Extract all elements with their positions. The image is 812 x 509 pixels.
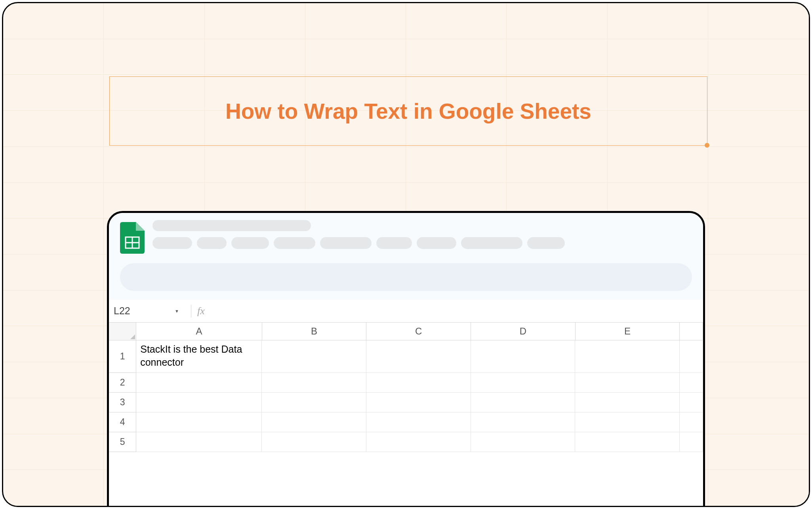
chevron-down-icon[interactable]: ▼: [175, 309, 179, 313]
cell-a3[interactable]: [136, 393, 262, 412]
cell-b3[interactable]: [262, 393, 366, 412]
divider: [191, 305, 191, 317]
sheets-window: L22 ▼ fx A B C D E 1 StackIt is the best…: [107, 211, 705, 507]
menu-item[interactable]: [417, 237, 456, 249]
cell-a2[interactable]: [136, 373, 262, 393]
table-row: 4: [109, 412, 703, 432]
name-box-row: L22 ▼ fx: [109, 300, 703, 323]
cell-b1[interactable]: [262, 340, 366, 373]
cell-b4[interactable]: [262, 412, 366, 432]
cell-d1[interactable]: [471, 340, 576, 373]
table-row: 3: [109, 393, 703, 412]
cell-e3[interactable]: [575, 393, 680, 412]
name-box[interactable]: L22 ▼: [114, 305, 185, 317]
menu-item[interactable]: [320, 237, 372, 249]
document-title-placeholder[interactable]: [152, 220, 311, 231]
cell-b2[interactable]: [262, 373, 366, 393]
cell-e2[interactable]: [575, 373, 680, 393]
row-header-4[interactable]: 4: [109, 412, 136, 432]
sheets-header: [109, 213, 703, 263]
table-row: 5: [109, 432, 703, 452]
cell-c5[interactable]: [366, 432, 471, 452]
cell-d2[interactable]: [471, 373, 576, 393]
column-header-a[interactable]: A: [136, 323, 262, 340]
toolbar-area: [109, 263, 703, 300]
cell-d4[interactable]: [471, 412, 576, 432]
menu-item[interactable]: [376, 237, 412, 249]
page-title: How to Wrap Text in Google Sheets: [225, 99, 591, 124]
name-box-value: L22: [114, 305, 130, 317]
table-row: 2: [109, 373, 703, 393]
cell-a4[interactable]: [136, 412, 262, 432]
selection-handle[interactable]: [705, 143, 709, 148]
cell-c1[interactable]: [366, 340, 471, 373]
menu-item[interactable]: [527, 237, 565, 249]
row-header-2[interactable]: 2: [109, 373, 136, 393]
column-header-c[interactable]: C: [366, 323, 471, 340]
select-all-corner[interactable]: [109, 323, 136, 340]
menu-item[interactable]: [461, 237, 522, 249]
cell-d5[interactable]: [471, 432, 576, 452]
column-header-d[interactable]: D: [471, 323, 576, 340]
outer-frame: How to Wrap Text in Google Sheets: [2, 2, 810, 507]
fx-label: fx: [197, 305, 205, 317]
table-row: 1 StackIt is the best Data connector: [109, 340, 703, 373]
row-header-3[interactable]: 3: [109, 393, 136, 412]
cell-f3[interactable]: [680, 393, 703, 412]
spreadsheet-grid: A B C D E 1 StackIt is the best Data con…: [109, 323, 703, 452]
column-header-e[interactable]: E: [576, 323, 680, 340]
column-header-f[interactable]: [680, 323, 703, 340]
column-headers: A B C D E: [109, 323, 703, 340]
cell-f1[interactable]: [680, 340, 703, 373]
cell-f2[interactable]: [680, 373, 703, 393]
cell-e5[interactable]: [575, 432, 680, 452]
cell-c3[interactable]: [366, 393, 471, 412]
cell-e4[interactable]: [575, 412, 680, 432]
sheets-logo-icon: [120, 222, 145, 255]
cell-e1[interactable]: [575, 340, 680, 373]
cell-a5[interactable]: [136, 432, 262, 452]
column-header-b[interactable]: B: [262, 323, 367, 340]
menu-item[interactable]: [274, 237, 315, 249]
toolbar-placeholder[interactable]: [120, 263, 692, 291]
menu-row: [152, 237, 692, 249]
cell-c2[interactable]: [366, 373, 471, 393]
menu-item[interactable]: [197, 237, 227, 249]
cell-f5[interactable]: [680, 432, 703, 452]
row-header-1[interactable]: 1: [109, 340, 136, 373]
title-cell: How to Wrap Text in Google Sheets: [109, 76, 707, 146]
cell-f4[interactable]: [680, 412, 703, 432]
cell-b5[interactable]: [262, 432, 366, 452]
menu-item[interactable]: [152, 237, 192, 249]
menu-item[interactable]: [231, 237, 269, 249]
cell-a1[interactable]: StackIt is the best Data connector: [136, 340, 262, 373]
cell-c4[interactable]: [366, 412, 471, 432]
row-header-5[interactable]: 5: [109, 432, 136, 452]
cell-d3[interactable]: [471, 393, 576, 412]
